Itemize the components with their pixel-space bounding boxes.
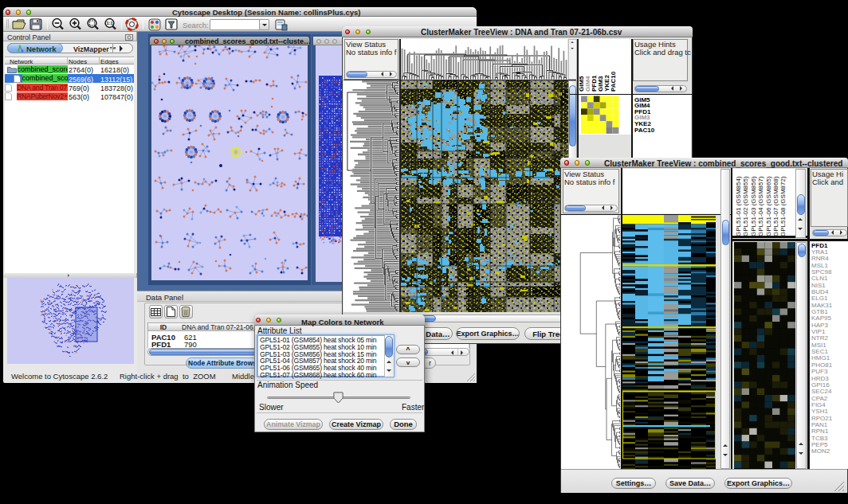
svg-text:GPL51-07 (GSM868): GPL51-07 (GSM868) — [772, 176, 779, 236]
svg-text:GPL51-01 (GSM854): GPL51-01 (GSM854) — [735, 176, 742, 236]
svg-text:1:1: 1:1 — [107, 21, 113, 25]
svg-text:GPL51-02 (GSM855): GPL51-02 (GSM855) — [742, 176, 749, 236]
svg-text:GPL51-04 (GSM857): GPL51-04 (GSM857) — [757, 176, 764, 236]
svg-text:PAC10: PAC10 — [610, 71, 617, 92]
svg-text:GPL51-08 (GSM872): GPL51-08 (GSM872) — [779, 176, 787, 236]
svg-text:GPL51-06 (GSM865): GPL51-06 (GSM865) — [765, 176, 772, 236]
svg-text:GPL51-03 (GSM856): GPL51-03 (GSM856) — [750, 176, 757, 236]
